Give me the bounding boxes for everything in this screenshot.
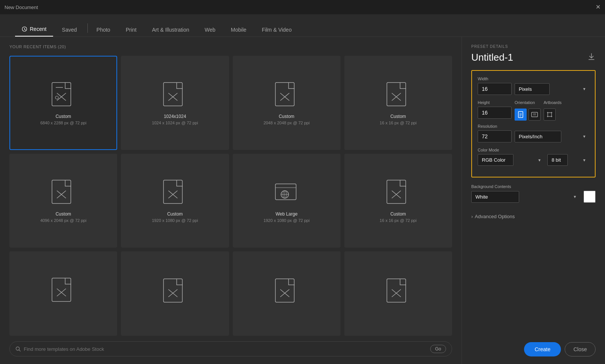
orientation-buttons: [515, 109, 541, 121]
template-card-8[interactable]: Custom 16 x 16 px @ 72 ppi: [344, 154, 452, 248]
document-icon-3: [273, 82, 300, 114]
tab-saved[interactable]: Saved: [55, 23, 84, 37]
height-field-group: Height: [478, 100, 512, 119]
document-icon-10: [162, 278, 188, 310]
new-document-window: New Document ✕ Recent Saved Photo Print …: [0, 0, 605, 364]
template-card-5[interactable]: Custom 4096 x 2048 px @ 72 ppi: [9, 154, 117, 248]
template-name-2: 1024x1024: [164, 114, 186, 119]
nav-divider: [87, 23, 88, 33]
clock-icon: [22, 26, 27, 32]
chevron-right-icon: ›: [471, 214, 473, 219]
template-card-12[interactable]: [344, 251, 452, 336]
template-size-7: 1920 x 1080 px @ 72 ppi: [263, 218, 309, 223]
tab-recent-label: Recent: [30, 26, 46, 32]
save-preset-icon[interactable]: [587, 52, 596, 63]
color-mode-label: Color Mode: [478, 148, 589, 152]
resolution-input[interactable]: [478, 130, 512, 142]
svg-line-2: [24, 29, 26, 30]
create-button[interactable]: Create: [524, 342, 561, 356]
go-button[interactable]: Go: [430, 345, 446, 353]
template-card-1[interactable]: Custom 6840 x 2288 px @ 72 ppi: [9, 56, 117, 150]
svg-line-45: [19, 350, 21, 352]
height-input[interactable]: [478, 107, 512, 119]
background-contents-label: Background Contents: [471, 184, 596, 189]
download-icon: [587, 52, 596, 61]
background-contents-select[interactable]: White Black Background Color Transparent: [471, 191, 519, 203]
template-card-7[interactable]: Web Large 1920 x 1080 px @ 72 ppi: [233, 154, 341, 248]
template-name-3: Custom: [279, 114, 294, 119]
height-orientation-row: Height Orientation: [478, 100, 589, 124]
template-name-1: Custom: [55, 114, 71, 119]
template-size-6: 1920 x 1080 px @ 72 ppi: [152, 218, 198, 223]
orientation-section: Orientation: [515, 100, 541, 121]
width-label: Width: [478, 76, 589, 81]
title-bar: New Document ✕: [0, 0, 605, 14]
resolution-label: Resolution: [478, 124, 589, 128]
width-input[interactable]: [478, 83, 512, 95]
artboards-label: Artboards: [544, 100, 562, 105]
portrait-button[interactable]: [515, 109, 527, 121]
svg-rect-41: [387, 279, 406, 302]
search-icon: [15, 346, 21, 352]
template-card-9[interactable]: [9, 251, 117, 336]
search-input[interactable]: [24, 346, 427, 352]
tab-saved-label: Saved: [62, 27, 77, 33]
svg-rect-47: [518, 112, 523, 118]
template-name-8: Custom: [390, 211, 406, 217]
tab-art[interactable]: Art & Illustration: [145, 23, 196, 37]
svg-rect-20: [163, 180, 182, 203]
document-icon-2: [162, 82, 188, 114]
template-card-2[interactable]: 1024x1024 1024 x 1024 px @ 72 ppi: [121, 56, 229, 150]
template-size-5: 4096 x 2048 px @ 72 ppi: [40, 218, 86, 223]
document-icon-7: [273, 179, 300, 211]
tab-print[interactable]: Print: [119, 23, 144, 37]
tab-mobile-label: Mobile: [231, 27, 246, 33]
tab-film[interactable]: Film & Video: [255, 23, 298, 37]
landscape-button[interactable]: [529, 109, 541, 121]
template-name-4: Custom: [390, 114, 406, 119]
nav-bar: Recent Saved Photo Print Art & Illustrat…: [0, 14, 605, 37]
tab-photo[interactable]: Photo: [90, 23, 117, 37]
resolution-unit-select[interactable]: Pixels/Inch Pixels/Centimeter: [515, 131, 561, 142]
template-card-3[interactable]: Custom 2048 x 2048 px @ 72 ppi: [233, 56, 341, 150]
advanced-options[interactable]: › Advanced Options: [471, 214, 596, 219]
window-close-button[interactable]: ✕: [596, 4, 600, 10]
tab-film-label: Film & Video: [262, 27, 292, 33]
document-icon-5: [50, 179, 76, 211]
left-panel: YOUR RECENT ITEMS (20) Custom 6840 x 228…: [0, 37, 462, 364]
svg-rect-8: [163, 83, 182, 106]
svg-rect-51: [532, 112, 538, 117]
bottom-buttons: Create Close: [471, 335, 596, 356]
template-card-4[interactable]: Custom 16 x 16 px @ 72 ppi: [344, 56, 452, 150]
orientation-label: Orientation: [515, 100, 541, 105]
template-card-10[interactable]: [121, 251, 229, 336]
svg-rect-3: [52, 83, 71, 106]
tab-art-label: Art & Illustration: [152, 27, 189, 33]
tab-photo-label: Photo: [96, 27, 110, 33]
template-card-6[interactable]: Custom 1920 x 1080 px @ 72 ppi: [121, 154, 229, 248]
height-label: Height: [478, 100, 512, 105]
color-mode-select[interactable]: RGB Color CMYK Color Grayscale: [478, 154, 513, 166]
close-button[interactable]: Close: [565, 342, 596, 356]
template-card-11[interactable]: [233, 251, 341, 336]
svg-rect-35: [163, 279, 182, 302]
document-icon-9: [50, 277, 76, 309]
advanced-options-label: Advanced Options: [475, 214, 515, 219]
tab-print-label: Print: [126, 27, 137, 33]
background-color-swatch[interactable]: [584, 191, 596, 203]
tab-recent[interactable]: Recent: [15, 22, 53, 37]
document-icon-12: [385, 278, 411, 310]
resolution-field-group: Resolution Pixels/Inch Pixels/Centimeter: [478, 124, 589, 142]
bit-depth-select[interactable]: 8 bit 16 bit 32 bit: [547, 154, 568, 166]
artboard-button[interactable]: [544, 109, 556, 121]
tab-mobile[interactable]: Mobile: [224, 23, 253, 37]
window-title: New Document: [5, 5, 38, 10]
background-contents-group: Background Contents White Black Backgrou…: [471, 184, 596, 203]
preset-title-row: Untitled-1: [471, 52, 596, 63]
svg-rect-23: [275, 184, 296, 200]
width-unit-select[interactable]: Pixels Inches Centimeters: [515, 83, 550, 95]
document-icon-8: [385, 179, 411, 211]
template-size-2: 1024 x 1024 px @ 72 ppi: [152, 121, 198, 125]
tab-web[interactable]: Web: [198, 23, 222, 37]
document-icon-4: [385, 82, 411, 114]
